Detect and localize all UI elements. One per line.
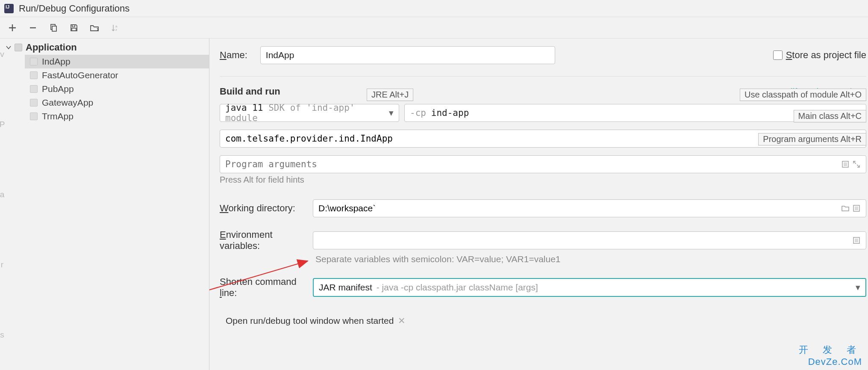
add-button[interactable]	[7, 22, 18, 33]
tree-item-gatewayapp[interactable]: GatewayApp	[25, 96, 209, 110]
remove-button[interactable]	[27, 22, 38, 33]
env-vars-input[interactable]	[313, 231, 866, 249]
list-icon[interactable]	[841, 160, 850, 169]
expand-icon[interactable]	[852, 160, 861, 169]
name-label: Name:	[220, 50, 247, 61]
window-title: Run/Debug Configurations	[19, 3, 129, 14]
tree-item-trmapp[interactable]: TrmApp	[25, 110, 209, 123]
content-area: Application IndAppFastAutoGeneratorPubAp…	[0, 38, 868, 370]
config-icon	[30, 99, 38, 107]
caret-down-icon: ▾	[389, 108, 394, 118]
svg-rect-3	[72, 28, 76, 31]
config-icon	[30, 58, 38, 65]
folder-icon[interactable]	[841, 204, 850, 213]
store-as-project-file-checkbox[interactable]: Store as project file	[773, 50, 866, 61]
svg-rect-2	[72, 25, 75, 27]
tree-root-application[interactable]: Application	[0, 40, 209, 55]
titlebar: Run/Debug Configurations	[0, 0, 868, 17]
classpath-hint-tag: Use classpath of module Alt+O	[740, 89, 866, 101]
shorten-command-line-label: Shorten command line:	[220, 276, 313, 299]
toolbar: az	[0, 17, 868, 38]
configurations-tree: Application IndAppFastAutoGeneratorPubAp…	[0, 38, 209, 370]
working-directory-input[interactable]	[313, 199, 866, 217]
application-type-icon	[15, 44, 22, 51]
tree-item-pubapp[interactable]: PubApp	[25, 82, 209, 96]
jre-hint-tag: JRE Alt+J	[367, 89, 413, 101]
list-icon[interactable]	[852, 204, 861, 213]
tree-root-label: Application	[26, 42, 77, 53]
tree-item-label: PubApp	[42, 84, 74, 94]
program-args-hint-tag: Program arguments Alt+R	[758, 133, 866, 145]
jre-select[interactable]: java 11 SDK of 'ind-app' module ▾	[220, 104, 399, 122]
tree-item-indapp[interactable]: IndApp	[25, 55, 209, 68]
store-label: Store as project file	[786, 50, 866, 61]
tree-item-fastautogenerator[interactable]: FastAutoGenerator	[25, 68, 209, 82]
open-tool-window-option[interactable]: Open run/debug tool window when started …	[220, 316, 866, 326]
config-editor: Name: Store as project file Build and ru…	[209, 38, 868, 370]
env-vars-label: Environment variables:	[220, 229, 313, 252]
tree-item-label: FastAutoGenerator	[42, 70, 118, 80]
chevron-down-icon	[5, 44, 12, 51]
watermark: 开 发 者 DevZe.CoM	[799, 343, 862, 367]
caret-down-icon: ▾	[856, 282, 860, 293]
close-icon[interactable]: ✕	[398, 316, 406, 326]
svg-rect-1	[52, 26, 56, 31]
folder-button[interactable]	[89, 22, 100, 33]
sort-button[interactable]: az	[109, 22, 121, 33]
svg-text:z: z	[115, 28, 117, 32]
press-alt-hint: Press Alt for field hints	[220, 175, 866, 185]
main-class-hint-tag: Main class Alt+C	[794, 110, 866, 122]
program-arguments-input[interactable]	[220, 155, 866, 173]
list-icon[interactable]	[852, 236, 861, 245]
env-vars-hint: Separate variables with semicolon: VAR=v…	[315, 254, 866, 264]
config-icon	[30, 85, 38, 93]
tree-item-label: GatewayApp	[42, 98, 93, 108]
copy-button[interactable]	[48, 22, 59, 33]
build-and-run-title: Build and run	[220, 86, 280, 97]
run-debug-dialog: Run/Debug Configurations az Application	[0, 0, 868, 370]
config-icon	[30, 71, 38, 79]
working-directory-label: Working directory:	[220, 203, 313, 214]
app-icon	[4, 4, 14, 13]
tree-item-label: IndApp	[42, 56, 71, 67]
shorten-command-line-select[interactable]: JAR manifest - java -cp classpath.jar cl…	[313, 278, 866, 297]
tree-item-label: TrmApp	[42, 111, 74, 121]
save-button[interactable]	[68, 22, 79, 33]
config-icon	[30, 112, 38, 120]
name-input[interactable]	[260, 46, 555, 64]
store-checkbox-box[interactable]	[773, 50, 783, 60]
